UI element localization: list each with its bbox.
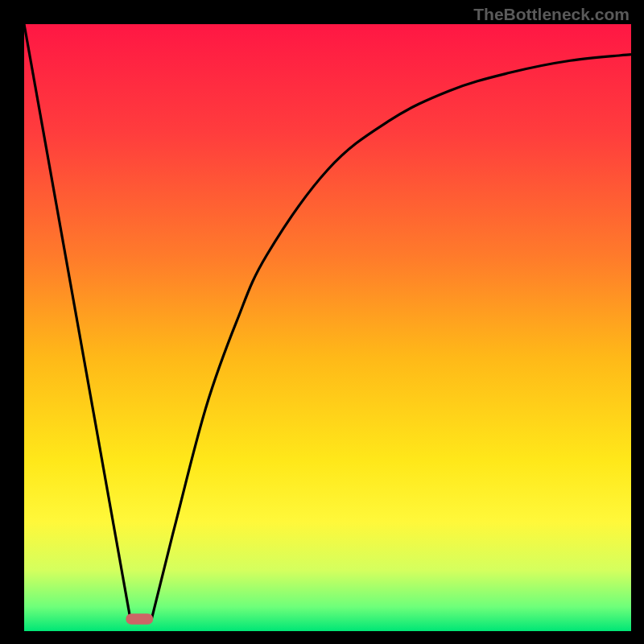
optimal-marker [126, 613, 153, 625]
watermark-text: TheBottleneck.com [473, 5, 630, 24]
marker-layer [126, 613, 153, 625]
bottleneck-chart: TheBottleneck.com [0, 0, 644, 644]
chart-svg [0, 0, 644, 644]
